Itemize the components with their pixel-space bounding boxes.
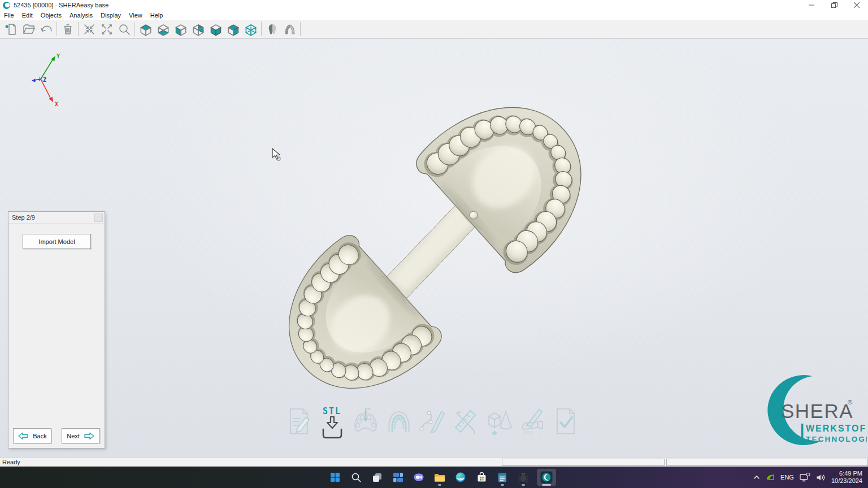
- shera-app-icon[interactable]: [537, 469, 556, 486]
- menu-edit[interactable]: Edit: [18, 11, 37, 19]
- language-indicator[interactable]: ENG: [780, 474, 794, 481]
- axis-label-x: X: [55, 101, 58, 107]
- view-cube-back-icon[interactable]: [224, 21, 242, 37]
- order-form-icon[interactable]: [285, 407, 312, 442]
- menu-bar: File Edit Objects Analysis Display View …: [0, 10, 868, 20]
- menu-objects[interactable]: Objects: [37, 11, 66, 19]
- menu-help[interactable]: Help: [146, 11, 167, 19]
- system-tray: ENG 6:49 PM 10/23/2024: [753, 467, 862, 488]
- status-bar: Ready: [0, 457, 868, 467]
- collapse-arrows-icon[interactable]: [80, 21, 98, 37]
- gpu-tray-icon[interactable]: [766, 473, 775, 482]
- notepad-icon[interactable]: [495, 469, 510, 486]
- step-panel-title: Step 2/9: [8, 212, 105, 224]
- step-nav-row: Back Next: [13, 428, 100, 443]
- trash-icon[interactable]: [59, 21, 76, 37]
- view-cube-top-icon[interactable]: [137, 21, 154, 37]
- toolbar-separator: [78, 22, 79, 36]
- clock-time: 6:49 PM: [831, 470, 862, 477]
- tray-chevron-icon[interactable]: [753, 474, 760, 480]
- back-button[interactable]: Back: [13, 428, 51, 443]
- widgets-icon[interactable]: [390, 469, 405, 486]
- app-logo-icon: [3, 2, 10, 9]
- clock-date: 10/23/2024: [831, 477, 862, 485]
- chat-icon[interactable]: [411, 469, 426, 486]
- status-cell-2: [666, 459, 868, 466]
- restore-button[interactable]: [823, 0, 845, 10]
- shera-watermark-logo: SHERA ® WERKSTOFF TECHNOLOGIE: [765, 374, 867, 450]
- window-titlebar: 52435 [00000] - SHERAeasy base: [0, 0, 868, 10]
- arrow-right-icon: [84, 432, 95, 440]
- status-cell-1: [502, 459, 665, 466]
- menu-view[interactable]: View: [125, 11, 146, 19]
- status-text: Ready: [2, 459, 20, 465]
- menu-file[interactable]: File: [0, 11, 18, 19]
- view-cube-front-icon[interactable]: [207, 21, 224, 37]
- running-indicator: [522, 484, 525, 486]
- file-explorer-icon[interactable]: [432, 469, 447, 486]
- open-file-icon[interactable]: [20, 21, 37, 37]
- abc-label: abc...: [523, 430, 540, 435]
- zoom-icon[interactable]: [115, 21, 133, 37]
- menu-analysis[interactable]: Analysis: [66, 11, 97, 19]
- task-view-icon[interactable]: [370, 469, 384, 486]
- finish-check-icon[interactable]: [552, 407, 579, 442]
- 3d-viewport[interactable]: Y X Z Step 2/9 Import Model Back Next: [0, 38, 868, 457]
- axis-label-z: Z: [43, 77, 46, 83]
- attachments-icon[interactable]: [485, 407, 512, 442]
- view-cube-bottom-icon[interactable]: [154, 21, 172, 37]
- undo-icon[interactable]: [37, 21, 55, 37]
- logo-line1: WERKSTOFF: [806, 424, 867, 433]
- dental-model: [0, 38, 868, 457]
- step-panel-collapse-button[interactable]: [94, 213, 103, 222]
- logo-line2: TECHNOLOGIE: [806, 435, 867, 443]
- network-display-icon[interactable]: [800, 473, 810, 482]
- tooth-shade-icon[interactable]: [263, 21, 281, 37]
- insertion-direction-icon[interactable]: [352, 407, 379, 442]
- margin-line-icon[interactable]: [419, 407, 445, 442]
- toolbar-separator: [261, 22, 262, 36]
- next-button[interactable]: Next: [62, 428, 100, 443]
- edge-icon[interactable]: [453, 469, 468, 486]
- window-controls: [800, 0, 868, 10]
- import-model-button[interactable]: Import Model: [23, 234, 91, 249]
- label-text-icon[interactable]: abc...: [519, 407, 545, 442]
- jaw-shade-icon[interactable]: [281, 21, 298, 37]
- search-icon[interactable]: [349, 469, 363, 486]
- taskbar-center: [328, 467, 556, 488]
- menu-display[interactable]: Display: [97, 11, 125, 19]
- mouse-cursor: [270, 148, 283, 162]
- workflow-toolbar: STL: [285, 407, 579, 442]
- main-toolbar: [0, 20, 868, 38]
- running-indicator: [438, 484, 441, 486]
- logo-brand: SHERA: [781, 400, 853, 422]
- store-icon[interactable]: [474, 469, 489, 486]
- toolbar-separator: [300, 22, 301, 36]
- start-button-icon[interactable]: [328, 469, 342, 486]
- close-button[interactable]: [845, 0, 868, 10]
- arrow-left-icon: [18, 432, 29, 440]
- axis-triad: Y X Z: [28, 47, 68, 111]
- speaker-icon[interactable]: [816, 473, 826, 482]
- back-button-label: Back: [33, 433, 46, 439]
- export-stl-icon[interactable]: STL: [319, 407, 345, 442]
- active-indicator: [542, 484, 551, 486]
- stl-label: STL: [323, 407, 341, 416]
- arch-design-icon[interactable]: [385, 407, 412, 442]
- new-file-icon[interactable]: [2, 21, 20, 37]
- axis-label-y: Y: [57, 53, 60, 59]
- taskbar-clock[interactable]: 6:49 PM 10/23/2024: [831, 470, 862, 485]
- toolbar-separator: [134, 22, 135, 36]
- view-cube-left-icon[interactable]: [172, 21, 189, 37]
- measure-icon[interactable]: [452, 407, 479, 442]
- step-panel: Step 2/9 Import Model Back Next: [8, 211, 105, 448]
- bug-tool-icon[interactable]: [516, 469, 531, 486]
- next-button-label: Next: [67, 433, 80, 439]
- windows-taskbar: ENG 6:49 PM 10/23/2024: [0, 467, 868, 488]
- view-cube-iso-icon[interactable]: [242, 21, 259, 37]
- expand-arrows-icon[interactable]: [98, 21, 115, 37]
- view-cube-right-icon[interactable]: [189, 21, 207, 37]
- minimize-button[interactable]: [800, 0, 823, 10]
- running-indicator: [501, 484, 504, 486]
- toolbar-separator: [57, 22, 57, 36]
